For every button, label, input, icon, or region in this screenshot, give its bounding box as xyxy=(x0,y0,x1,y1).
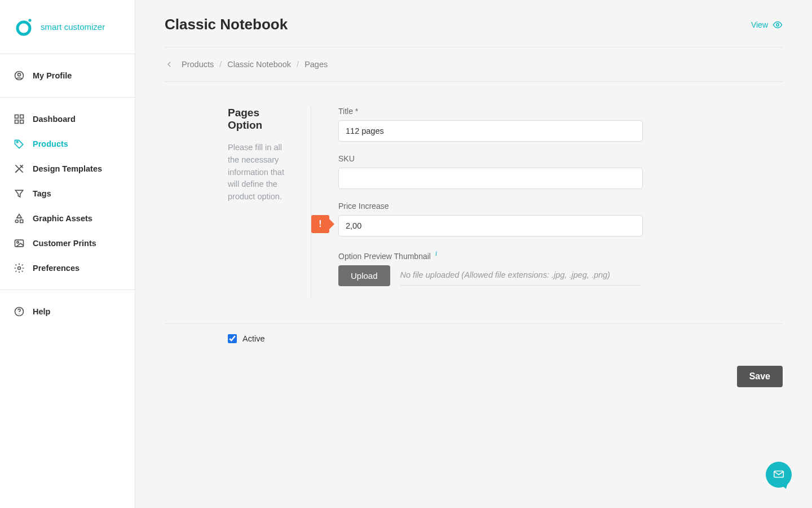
thumbnail-label: Option Preview Thumbnail i xyxy=(338,249,783,261)
sku-label: SKU xyxy=(338,154,643,163)
price-label: Price Increase xyxy=(338,202,643,211)
main-content: Classic Notebook View Products / Classic… xyxy=(135,0,812,508)
svg-point-9 xyxy=(15,220,18,223)
breadcrumb-item-classic-notebook[interactable]: Classic Notebook xyxy=(227,60,291,69)
sidebar-item-help[interactable]: Help xyxy=(0,299,135,324)
sidebar-item-label: Dashboard xyxy=(33,115,76,124)
title-input[interactable] xyxy=(338,120,643,142)
user-circle-icon xyxy=(14,70,25,81)
sidebar-item-label: Tags xyxy=(33,189,51,198)
thumbnail-label-text: Option Preview Thumbnail xyxy=(338,252,431,261)
breadcrumb-item-products[interactable]: Products xyxy=(182,60,214,69)
chat-fab[interactable]: 線……… xyxy=(766,462,792,488)
sidebar-item-tags[interactable]: Tags xyxy=(0,181,135,206)
sidebar-item-customer-prints[interactable]: Customer Prints xyxy=(0,231,135,256)
breadcrumb: Products / Classic Notebook / Pages xyxy=(165,47,783,82)
view-link-label: View xyxy=(751,20,768,29)
sidebar: smart customizer My Profile xyxy=(0,0,135,508)
filter-icon xyxy=(14,188,25,199)
svg-point-8 xyxy=(16,141,18,143)
active-row: Active xyxy=(165,324,783,343)
sidebar-item-graphic-assets[interactable]: Graphic Assets xyxy=(0,206,135,231)
save-row: Save xyxy=(165,366,783,387)
save-button[interactable]: Save xyxy=(737,366,783,387)
shapes-icon xyxy=(14,213,25,224)
sidebar-item-my-profile[interactable]: My Profile xyxy=(0,63,135,88)
brand-logo-icon xyxy=(14,17,34,37)
sidebar-item-label: Graphic Assets xyxy=(33,214,92,223)
tag-icon xyxy=(14,138,25,150)
info-icon[interactable]: i xyxy=(435,249,438,257)
upload-button[interactable]: Upload xyxy=(338,265,390,286)
sidebar-item-design-templates[interactable]: Design Templates xyxy=(0,156,135,181)
sidebar-item-label: My Profile xyxy=(33,71,72,80)
nav-section-profile: My Profile xyxy=(0,54,135,98)
page-title: Classic Notebook xyxy=(165,16,288,33)
brand-name: smart customizer xyxy=(41,22,105,32)
breadcrumb-separator: / xyxy=(219,60,222,69)
svg-rect-4 xyxy=(15,115,19,119)
design-tools-icon xyxy=(14,163,25,174)
field-sku: SKU xyxy=(338,154,643,189)
breadcrumb-back-icon[interactable] xyxy=(165,60,174,69)
sidebar-item-label: Design Templates xyxy=(33,164,102,173)
view-link[interactable]: View xyxy=(751,20,783,30)
option-panel: Pages Option Please fill in all the nece… xyxy=(165,82,783,324)
image-icon xyxy=(14,238,25,249)
breadcrumb-item-pages[interactable]: Pages xyxy=(304,60,328,69)
panel-info: Pages Option Please fill in all the nece… xyxy=(165,107,311,299)
sidebar-item-preferences[interactable]: Preferences xyxy=(0,256,135,281)
svg-point-12 xyxy=(17,242,19,243)
warning-flag-icon: ! xyxy=(311,215,329,233)
svg-point-15 xyxy=(19,314,19,314)
svg-point-3 xyxy=(18,73,21,76)
active-label[interactable]: Active xyxy=(242,334,265,343)
field-thumbnail: Option Preview Thumbnail i Upload No fil… xyxy=(338,249,783,286)
svg-point-0 xyxy=(17,22,30,34)
page-header: Classic Notebook View xyxy=(165,16,783,47)
panel-form: Title * SKU Price Increase ! Op xyxy=(311,107,783,299)
nav-section-main: Dashboard Products Design Templates xyxy=(0,98,135,290)
panel-description: Please fill in all the necessary informa… xyxy=(228,142,294,203)
upload-status-text: No file uploaded (Allowed file extension… xyxy=(400,266,640,286)
svg-point-16 xyxy=(776,23,779,26)
svg-point-13 xyxy=(18,267,21,270)
active-checkbox[interactable] xyxy=(228,334,237,343)
sidebar-item-label: Preferences xyxy=(33,264,80,273)
help-icon xyxy=(14,306,25,317)
svg-rect-7 xyxy=(20,120,24,124)
field-title: Title * xyxy=(338,107,643,142)
svg-rect-5 xyxy=(20,115,24,119)
svg-point-1 xyxy=(28,19,31,21)
nav-section-help: Help xyxy=(0,290,135,333)
field-price-increase: Price Increase ! xyxy=(338,202,643,237)
brand-block: smart customizer xyxy=(0,0,135,54)
sidebar-item-label: Products xyxy=(33,139,68,148)
svg-rect-11 xyxy=(15,240,24,247)
mail-icon: 線……… xyxy=(773,468,785,482)
dashboard-icon xyxy=(14,113,25,125)
sidebar-item-dashboard[interactable]: Dashboard xyxy=(0,107,135,132)
title-label: Title * xyxy=(338,107,643,116)
panel-heading: Pages Option xyxy=(228,107,294,132)
svg-rect-10 xyxy=(20,220,23,223)
price-input[interactable] xyxy=(338,215,643,237)
svg-rect-6 xyxy=(15,120,19,124)
sidebar-item-label: Help xyxy=(33,307,50,316)
eye-icon xyxy=(773,20,783,30)
sidebar-item-label: Customer Prints xyxy=(33,239,96,248)
breadcrumb-separator: / xyxy=(297,60,299,69)
sku-input[interactable] xyxy=(338,168,643,189)
gear-icon xyxy=(14,262,25,274)
sidebar-item-products[interactable]: Products xyxy=(0,132,135,156)
